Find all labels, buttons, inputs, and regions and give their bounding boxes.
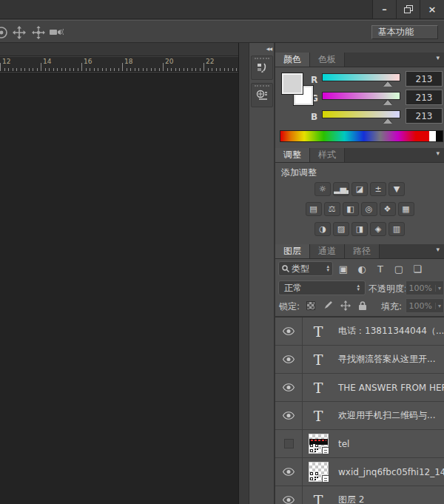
color-spectrum-ramp[interactable] <box>280 130 443 142</box>
lock-transparency-icon[interactable] <box>306 301 315 310</box>
channel-mixer-icon[interactable]: ❖ <box>380 202 396 216</box>
visibility-toggle[interactable] <box>275 346 303 373</box>
ruler-tick <box>159 68 160 71</box>
lock-all-icon[interactable] <box>358 300 367 311</box>
brightness-contrast-icon[interactable]: ☼ <box>314 182 331 196</box>
ruler-tick <box>138 68 139 71</box>
workspace-switcher[interactable]: 基本功能 <box>371 25 438 39</box>
levels-icon[interactable]: ▂▅▃ <box>333 182 349 196</box>
curves-icon[interactable]: ◪ <box>352 182 368 196</box>
ruler-tick <box>130 68 131 71</box>
blend-mode-dropdown[interactable]: 正常 ▴▾ <box>278 280 366 295</box>
vibrance-icon[interactable]: ▼ <box>388 182 405 196</box>
selective-color-icon[interactable]: ▥ <box>388 222 405 236</box>
red-slider[interactable] <box>322 73 400 81</box>
tab-paths[interactable]: 路径 <box>345 244 380 258</box>
layer-name: 欢迎用手机扫二维码与... <box>334 409 435 422</box>
layer-row[interactable]: T THE ANSWER FROM HERE <box>275 374 444 402</box>
layer-thumbnail-cell[interactable]: T <box>303 374 334 401</box>
invert-icon[interactable]: ◑ <box>314 222 331 236</box>
visibility-toggle[interactable] <box>275 458 303 485</box>
drag-mode-icon[interactable] <box>32 26 45 39</box>
visibility-toggle[interactable] <box>275 430 303 457</box>
panel-column: 颜色 色板 ▾ R 213 G 213 B 213 调整 样式 ▾ 添加调整 ☼… <box>275 43 444 504</box>
layer-thumbnail-cell[interactable] <box>303 458 334 485</box>
panel-menu-icon[interactable]: ▾ <box>436 148 444 162</box>
layer-row[interactable]: T 欢迎用手机扫二维码与... <box>275 402 444 430</box>
hue-saturation-icon[interactable]: ▤ <box>306 202 322 216</box>
blue-value-field[interactable]: 213 <box>406 108 443 124</box>
color-lookup-icon[interactable]: ▦ <box>398 202 414 216</box>
eye-icon <box>283 383 295 392</box>
filter-adjustment-layers-icon[interactable]: ◐ <box>356 263 368 275</box>
layer-row[interactable]: T 图层 2 <box>275 486 444 504</box>
photo-filter-icon[interactable]: ◎ <box>361 202 377 216</box>
move-mode-icon[interactable] <box>13 26 26 39</box>
visibility-toggle[interactable] <box>275 374 303 401</box>
tab-layers[interactable]: 图层 <box>275 244 310 258</box>
layer-thumbnail-cell[interactable]: T <box>303 486 334 504</box>
restore-button[interactable] <box>397 0 420 19</box>
blend-mode-value: 正常 <box>284 282 302 295</box>
ruler-tick <box>16 68 17 71</box>
layers-panel-tabs: 图层 通道 路径 ▾ <box>275 244 444 259</box>
gradient-map-icon[interactable]: ◈ <box>370 222 386 236</box>
layer-filter-kind-dropdown[interactable]: 类型 ▴▾ <box>278 261 333 276</box>
panel-menu-icon[interactable]: ▾ <box>436 53 444 67</box>
lock-position-icon[interactable] <box>340 300 351 311</box>
filter-shape-layers-icon[interactable]: ▢ <box>393 263 405 275</box>
layer-row[interactable]: T 寻找潮流答案从这里开... <box>275 346 444 374</box>
fill-field[interactable]: 100% ▾ <box>406 298 444 313</box>
close-button[interactable]: × <box>420 0 444 19</box>
tab-swatches[interactable]: 色板 <box>310 53 345 67</box>
slider-thumb-icon[interactable] <box>383 81 392 87</box>
layer-row[interactable]: tel <box>275 430 444 458</box>
dropdown-arrow-icon[interactable]: ▾ <box>435 303 443 309</box>
layer-row[interactable]: T 电话：13811344044（... <box>275 317 444 346</box>
red-value: 213 <box>416 74 433 84</box>
filter-type-layers-icon[interactable]: T <box>374 263 386 275</box>
dropdown-arrow-icon[interactable]: ▾ <box>435 285 443 292</box>
color-balance-icon[interactable]: ⚖ <box>324 202 340 216</box>
rotate-view-icon[interactable] <box>0 26 8 39</box>
slider-thumb-icon[interactable] <box>383 118 392 124</box>
visibility-toggle[interactable] <box>275 486 303 504</box>
opacity-field[interactable]: 100% ▾ <box>406 280 444 295</box>
layer-thumbnail-cell[interactable]: T <box>303 317 334 345</box>
black-white-icon[interactable]: ◧ <box>343 202 359 216</box>
filter-pixel-layers-icon[interactable]: ▣ <box>337 263 349 275</box>
properties-panel-button[interactable] <box>251 83 273 107</box>
panel-menu-icon[interactable]: ▾ <box>436 244 444 258</box>
lock-pixels-brush-icon[interactable] <box>323 300 333 311</box>
qr-code-thumbnail-detail <box>310 444 318 452</box>
slider-thumb-icon[interactable] <box>383 100 392 105</box>
canvas[interactable] <box>0 73 238 504</box>
layer-thumbnail-cell[interactable]: T <box>303 402 334 429</box>
layer-thumbnail-cell[interactable]: T <box>303 346 334 373</box>
ruler-tick <box>78 68 78 71</box>
ruler-tick <box>13 68 13 71</box>
green-slider[interactable] <box>322 92 400 100</box>
posterize-icon[interactable]: ▨ <box>333 222 349 236</box>
layer-row[interactable]: wxid_jnq6fbc05fhi12_142... <box>275 458 444 486</box>
tab-adjustments[interactable]: 调整 <box>275 148 310 162</box>
history-panel-button[interactable] <box>251 56 273 80</box>
layer-thumbnail-cell[interactable] <box>303 430 334 457</box>
threshold-icon[interactable]: ◨ <box>352 222 368 236</box>
exposure-icon[interactable]: ± <box>370 182 386 196</box>
green-value-field[interactable]: 213 <box>406 90 443 105</box>
tab-channels[interactable]: 通道 <box>310 244 345 258</box>
blue-slider[interactable] <box>322 110 400 118</box>
camera-icon[interactable] <box>49 26 64 38</box>
workspace-gap <box>238 43 249 504</box>
foreground-color-swatch[interactable] <box>281 73 303 95</box>
visibility-toggle[interactable] <box>275 402 303 429</box>
visibility-toggle[interactable] <box>275 317 303 345</box>
minimize-button[interactable]: – <box>373 0 397 19</box>
collapse-panels-button[interactable]: ◀◀ <box>249 44 274 53</box>
tab-color[interactable]: 颜色 <box>275 53 310 67</box>
layers-toolbars: 类型 ▴▾ ▣◐T▢❏ 正常 ▴▾ 不透明度: 100% ▾ 锁定: <box>275 260 444 316</box>
tab-styles[interactable]: 样式 <box>310 148 345 162</box>
red-value-field[interactable]: 213 <box>406 71 443 87</box>
filter-smart-objects-icon[interactable]: ❏ <box>411 263 423 275</box>
